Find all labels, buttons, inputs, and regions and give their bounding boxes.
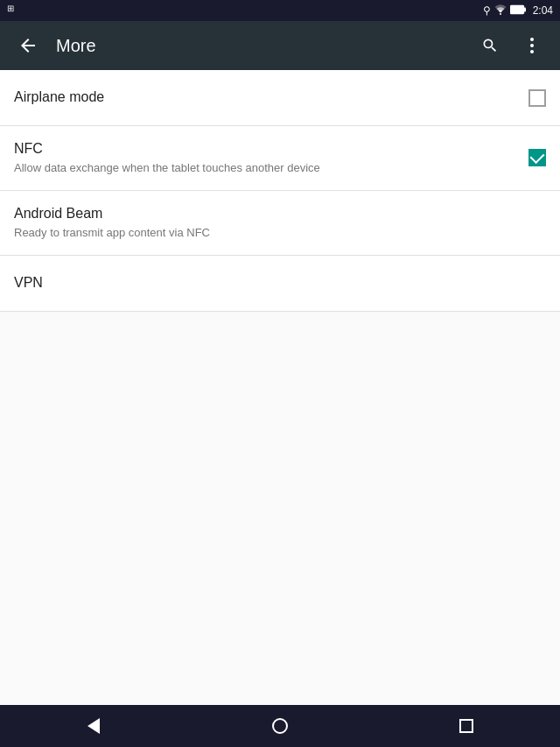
wifi-icon [494,4,507,18]
settings-list: Airplane mode NFC Allow data exchange wh… [0,70,560,705]
status-bar: ⊞ ⚲ 2:04 [0,0,560,21]
three-dot-icon [530,38,534,53]
nfc-setting[interactable]: NFC Allow data exchange when the tablet … [0,126,560,191]
android-beam-content: Android Beam Ready to transmit app conte… [14,205,546,241]
airplane-mode-control[interactable] [528,89,546,107]
app-bar-actions [476,32,546,60]
search-button[interactable] [476,32,504,60]
android-beam-title: Android Beam [14,205,546,223]
svg-point-0 [500,13,501,15]
svg-rect-2 [524,8,526,12]
nav-bar [0,705,560,747]
svg-rect-1 [510,6,523,14]
location-icon: ⚲ [483,4,491,17]
status-time: 2:04 [533,4,553,17]
nav-back-icon [88,718,100,734]
overflow-menu-button[interactable] [518,32,546,60]
back-button[interactable] [14,32,42,60]
vpn-content: VPN [14,274,546,292]
android-beam-subtitle: Ready to transmit app content via NFC [14,225,546,241]
nfc-control[interactable] [528,149,546,166]
app-bar: More [0,21,560,70]
tablet-icon: ⊞ [7,4,14,13]
page-title: More [56,36,476,56]
airplane-mode-content: Airplane mode [14,88,514,107]
vpn-title: VPN [14,274,546,292]
nav-home-button[interactable] [254,708,306,743]
nfc-subtitle: Allow data exchange when the tablet touc… [14,160,514,176]
status-icons: ⚲ 2:04 [483,4,553,18]
battery-icon [510,4,526,17]
nav-home-icon [272,718,288,734]
airplane-mode-checkbox[interactable] [528,89,546,107]
nav-recents-button[interactable] [440,708,493,743]
android-beam-setting[interactable]: Android Beam Ready to transmit app conte… [0,191,560,256]
nfc-checkbox[interactable] [528,149,546,166]
nav-back-button[interactable] [67,708,120,743]
nfc-content: NFC Allow data exchange when the tablet … [14,140,514,176]
nav-recents-icon [459,719,473,733]
airplane-mode-setting[interactable]: Airplane mode [0,70,560,126]
airplane-mode-title: Airplane mode [14,88,514,107]
vpn-setting[interactable]: VPN [0,256,560,312]
nfc-title: NFC [14,140,514,159]
